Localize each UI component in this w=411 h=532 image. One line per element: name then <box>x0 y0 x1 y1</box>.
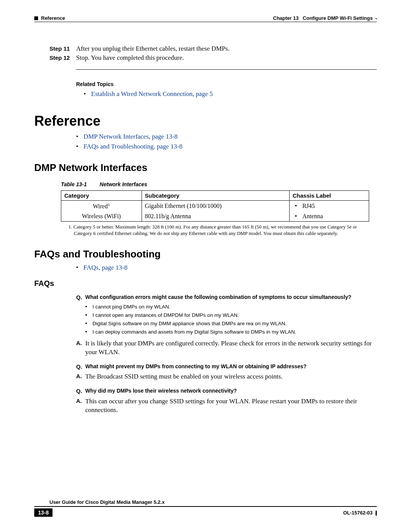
page-header: Reference Chapter 13 Configure DMP Wi-Fi… <box>34 15 377 21</box>
footer-doc-id: OL-15762-03 <box>343 510 373 516</box>
related-topic-link[interactable]: Establish a Wired Network Connection, pa… <box>91 90 213 97</box>
toc-link[interactable]: DMP Network Interfaces, page 13-8 <box>84 133 178 140</box>
heading-reference: Reference <box>34 113 377 129</box>
cell-chassis-label: Antenna <box>293 213 323 219</box>
qa-q-label: Q. <box>76 294 85 301</box>
cell-subcategory: 802.11b/g Antenna <box>142 211 289 222</box>
qa-question: Why did my DMPs lose their wireless netw… <box>85 387 237 395</box>
step-label: Step 12 <box>49 54 76 62</box>
qa-question: What might prevent my DMPs from connecti… <box>85 363 307 371</box>
qa-question: What configuration errors might cause th… <box>85 294 351 301</box>
table-header: Category <box>61 191 142 201</box>
table-header: Chassis Label <box>289 191 369 201</box>
qa-a-label: A. <box>76 372 85 381</box>
cell-category: Wireless (WiFi) <box>61 211 142 222</box>
step-row: Step 12 Stop. You have completed this pr… <box>49 54 377 62</box>
qa-a-label: A. <box>76 397 85 415</box>
toc-link[interactable]: FAQs and Troubleshooting, page 13-8 <box>84 143 183 150</box>
page-number: 13-8 <box>34 508 53 517</box>
cell-subcategory: Gigabit Ethernet (10/100/1000) <box>142 201 289 212</box>
qa-answer: This can occur after you change SSID set… <box>85 397 377 415</box>
table-title: Network Interfaces <box>100 181 147 187</box>
table-row: Wired1 Gigabit Ethernet (10/100/1000) RJ… <box>61 201 369 212</box>
heading-dmp-network-interfaces: DMP Network Interfaces <box>34 162 377 174</box>
header-section: Reference <box>41 15 65 21</box>
qa-symptom: Digital Signs software on my DMM applian… <box>85 320 377 326</box>
qa-answer: It is likely that your DMPs are configur… <box>85 339 377 357</box>
divider <box>76 69 377 70</box>
step-text: Stop. You have completed this procedure. <box>76 54 184 62</box>
table-caption: Table 13-1 Network Interfaces <box>61 181 377 187</box>
network-interfaces-table: Category Subcategory Chassis Label Wired… <box>61 190 369 222</box>
qa-symptom: I cannot open any instances of DMPDM for… <box>85 312 377 318</box>
table-number: Table 13-1 <box>61 181 87 187</box>
qa-q-label: Q. <box>76 363 85 371</box>
qa-symptom: I can deploy commands and assets from my… <box>85 329 377 335</box>
cell-category: Wired <box>93 203 108 209</box>
table-footnote: 1. Category 5 or better. Maximum length:… <box>68 224 374 237</box>
cell-sup: 1 <box>108 202 110 207</box>
page-footer: User Guide for Cisco Digital Media Manag… <box>34 499 377 517</box>
header-chapter-title: Configure DMP Wi-Fi Settings <box>303 15 373 21</box>
related-topics-heading: Related Topics <box>76 81 377 87</box>
heading-faqs-troubleshooting: FAQs and Troubleshooting <box>34 248 377 260</box>
table-row: Wireless (WiFi) 802.11b/g Antenna Antenn… <box>61 211 369 222</box>
qa-symptom: I cannot ping DMPs on my WLAN. <box>85 304 377 310</box>
heading-faqs: FAQs <box>34 279 377 288</box>
header-chapter-label: Chapter 13 <box>273 15 299 21</box>
step-text: After you unplug their Ethernet cables, … <box>76 45 229 53</box>
step-row: Step 11 After you unplug their Ethernet … <box>49 45 377 53</box>
toc-link[interactable]: FAQs, page 13-8 <box>84 264 127 271</box>
footer-title: User Guide for Cisco Digital Media Manag… <box>49 499 377 505</box>
step-label: Step 11 <box>49 45 76 53</box>
header-square-icon <box>34 16 38 20</box>
table-header: Subcategory <box>142 191 289 201</box>
qa-a-label: A. <box>76 339 85 357</box>
qa-answer: The Broadcast SSID setting must be enabl… <box>85 372 282 381</box>
qa-q-label: Q. <box>76 387 85 395</box>
cell-chassis-label: RJ45 <box>293 203 315 209</box>
